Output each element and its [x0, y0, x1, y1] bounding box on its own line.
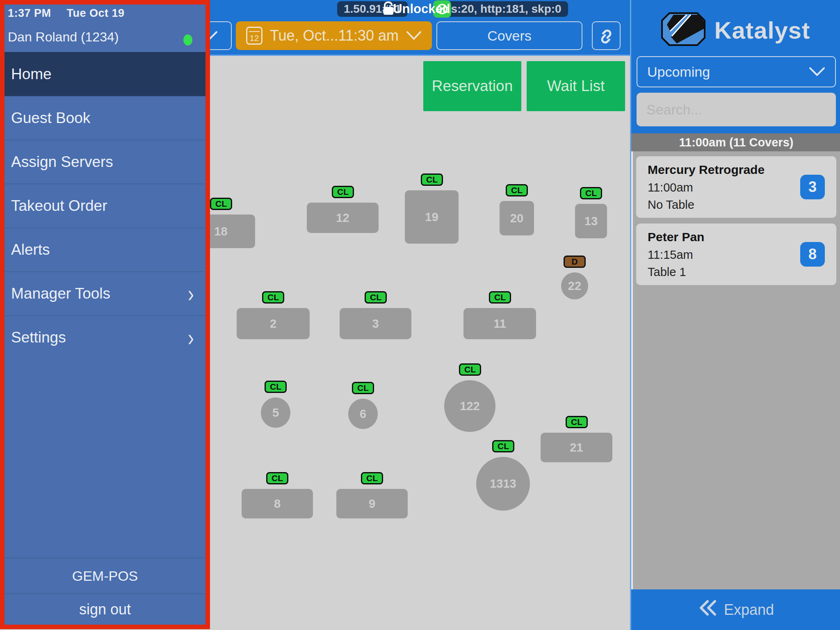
- lock-status-label: Unlocked: [393, 2, 450, 16]
- table-11[interactable]: 11: [463, 308, 536, 339]
- pos-app: 1.50.91#51 Unlocked ws:20, http:181, skp…: [0, 0, 840, 630]
- sidebar-item-manager-tools[interactable]: Manager Tools ›: [5, 272, 205, 315]
- brand-row: Katalyst: [631, 0, 840, 57]
- table-status-badge: CL: [352, 382, 374, 394]
- table-13[interactable]: 13: [575, 204, 607, 238]
- table-9[interactable]: 9: [336, 489, 408, 518]
- table-status-badge: CL: [421, 173, 443, 186]
- table-status-badge: D: [564, 256, 586, 268]
- chevron-right-icon: ›: [188, 324, 194, 352]
- table-6[interactable]: 6: [348, 399, 378, 429]
- table-status-badge: CL: [459, 363, 481, 376]
- link-icon: [597, 27, 615, 45]
- reservation-table: No Table: [648, 198, 694, 212]
- reservation-list: Mercury Retrograde 11:00am No Table 3 Pe…: [631, 151, 840, 589]
- sidebar-item-takeout-order[interactable]: Takeout Order: [5, 184, 205, 228]
- status-center: 1.50.91#51 Unlocked ws:20, http:181, skp…: [337, 1, 568, 17]
- table-122[interactable]: 122: [444, 380, 495, 432]
- table-12[interactable]: 12: [307, 203, 379, 233]
- table-2[interactable]: 2: [237, 308, 310, 339]
- sidebar-item-settings[interactable]: Settings ›: [5, 315, 205, 359]
- guest-name: Peter Pan: [648, 230, 704, 244]
- sidebar-item-alerts[interactable]: Alerts: [5, 228, 205, 272]
- reservation-button[interactable]: Reservation: [423, 61, 521, 111]
- table-status-badge: CL: [506, 184, 528, 196]
- table-status-badge: CL: [265, 381, 287, 393]
- sign-out-button[interactable]: sign out: [5, 593, 205, 625]
- table-status-badge: CL: [361, 472, 383, 484]
- table-status-badge: CL: [210, 198, 232, 210]
- table-status-badge: CL: [365, 291, 387, 304]
- table-status-badge: CL: [266, 472, 288, 484]
- chevron-right-icon: ›: [188, 280, 194, 308]
- table-5[interactable]: 5: [261, 397, 290, 428]
- covers-badge: 8: [800, 242, 825, 267]
- link-button[interactable]: [592, 21, 621, 50]
- user-online-dot: [183, 34, 192, 46]
- expand-panel-button[interactable]: Expand: [631, 589, 840, 630]
- table-8[interactable]: 8: [242, 489, 313, 518]
- covers-button[interactable]: Covers: [436, 21, 582, 50]
- reservations-panel: Katalyst Upcoming 11:00am (11 Covers) Me…: [630, 0, 840, 630]
- connection-pill: ws:20, http:181, skp:0: [436, 1, 568, 17]
- calendar-icon: 12: [246, 27, 262, 45]
- clock-date: Tue Oct 19: [67, 7, 125, 19]
- table-status-badge: CL: [492, 440, 514, 452]
- reservation-card[interactable]: Peter Pan 11:15am Table 1 8: [636, 224, 836, 285]
- table-20[interactable]: 20: [500, 201, 534, 235]
- sidebar-item-home[interactable]: Home: [5, 52, 205, 96]
- time-group-header: 11:00am (11 Covers): [631, 133, 840, 151]
- sidebar-item-assign-servers[interactable]: Assign Servers: [5, 140, 205, 184]
- expand-label: Expand: [724, 601, 774, 619]
- chevron-down-icon: [809, 64, 825, 80]
- reservation-time: 11:00am: [648, 181, 693, 194]
- table-21[interactable]: 21: [541, 433, 612, 462]
- clock-time: 1:37 PM: [8, 7, 51, 19]
- table-status-badge: CL: [580, 187, 602, 199]
- table-status-badge: CL: [489, 291, 511, 304]
- covers-badge: 3: [800, 175, 825, 199]
- table-status-badge: CL: [262, 291, 284, 304]
- table-19[interactable]: 19: [405, 190, 459, 244]
- table-1313[interactable]: 1313: [476, 457, 530, 511]
- filter-selected-value: Upcoming: [647, 64, 710, 80]
- table-status-badge: CL: [332, 186, 354, 198]
- reservation-time: 11:15am: [648, 248, 693, 262]
- double-chevron-left-icon: [698, 600, 717, 620]
- katalyst-logo-icon: [661, 12, 705, 48]
- user-name-label: Dan Roland (1234): [8, 30, 119, 44]
- table-22[interactable]: 22: [561, 272, 588, 299]
- reservation-filter-dropdown[interactable]: Upcoming: [637, 56, 836, 87]
- sidebar-item-gem-pos[interactable]: GEM-POS: [5, 558, 205, 593]
- reservation-table: Table 1: [648, 265, 686, 279]
- table-status-badge: CL: [566, 416, 588, 428]
- main-menu-sidebar: 1:37 PM Tue Oct 19 Dan Roland (1234) Hom…: [0, 0, 210, 629]
- menu-list: Home Guest Book Assign Servers Takeout O…: [5, 52, 205, 359]
- date-time-label: Tue, Oct...11:30 am: [270, 27, 399, 44]
- guest-name: Mercury Retrograde: [648, 163, 765, 177]
- table-3[interactable]: 3: [340, 308, 411, 339]
- brand-name: Katalyst: [714, 16, 810, 44]
- status-time-date: 1:37 PM Tue Oct 19: [5, 5, 205, 20]
- wait-list-button[interactable]: Wait List: [527, 61, 625, 111]
- date-time-picker-button[interactable]: 12 Tue, Oct...11:30 am: [236, 21, 432, 50]
- search-input[interactable]: [637, 93, 836, 126]
- current-user[interactable]: Dan Roland (1234): [5, 20, 205, 52]
- chevron-down-icon: [406, 31, 422, 41]
- reservation-card[interactable]: Mercury Retrograde 11:00am No Table 3: [636, 156, 836, 218]
- sidebar-item-guest-book[interactable]: Guest Book: [5, 96, 205, 140]
